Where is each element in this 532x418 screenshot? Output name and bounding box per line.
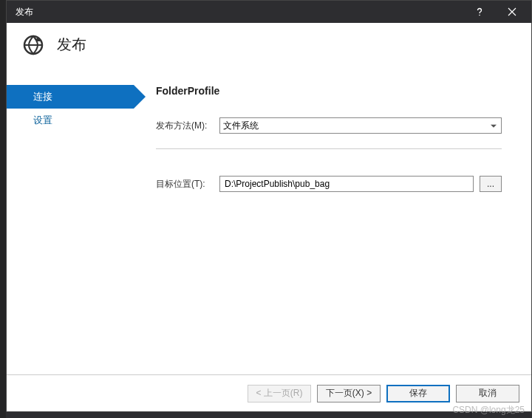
publish-dialog: 发布 发布 连接: [6, 0, 532, 412]
background-strip: [0, 0, 6, 418]
sidebar-item-label: 设置: [33, 114, 52, 127]
profile-name: FolderProfile: [156, 85, 502, 97]
close-button[interactable]: [496, 1, 528, 23]
save-label: 保存: [409, 387, 427, 400]
next-label: 下一页(X) >: [326, 387, 372, 400]
dialog-header: 发布: [7, 23, 531, 67]
publish-method-select[interactable]: 文件系统: [219, 117, 502, 134]
sidebar-item-label: 连接: [33, 90, 52, 103]
help-icon: [474, 7, 485, 17]
save-button[interactable]: 保存: [386, 385, 450, 402]
titlebar: 发布: [7, 1, 531, 23]
dialog-body: 连接 设置 FolderProfile 发布方法(M): 文件系统 目标位置(T…: [7, 67, 531, 374]
browse-button[interactable]: ...: [480, 176, 502, 192]
cancel-label: 取消: [479, 387, 497, 400]
svg-point-0: [479, 15, 480, 16]
help-button[interactable]: [463, 1, 496, 23]
section-divider: [156, 148, 502, 149]
target-location-label: 目标位置(T):: [156, 178, 219, 191]
cancel-button[interactable]: 取消: [456, 385, 519, 402]
target-location-input[interactable]: [219, 176, 474, 192]
page-title: 发布: [57, 35, 86, 55]
sidebar-item-settings[interactable]: 设置: [7, 109, 134, 132]
sidebar: 连接 设置: [7, 67, 134, 374]
content-pane: FolderProfile 发布方法(M): 文件系统 目标位置(T): ...: [134, 67, 531, 374]
prev-button: < 上一页(R): [248, 385, 311, 402]
next-button[interactable]: 下一页(X) >: [317, 385, 381, 402]
publish-method-label: 发布方法(M):: [156, 120, 219, 132]
watermark: CSDN @long龙25: [452, 404, 525, 417]
sidebar-item-connection[interactable]: 连接: [7, 85, 134, 109]
prev-label: < 上一页(R): [256, 387, 303, 400]
publish-method-value: 文件系统: [223, 120, 259, 132]
target-location-row: 目标位置(T): ...: [156, 176, 502, 192]
close-icon: [508, 7, 516, 16]
window-title: 发布: [16, 6, 463, 18]
publish-method-row: 发布方法(M): 文件系统: [156, 117, 502, 134]
browse-label: ...: [487, 179, 494, 189]
publish-icon: [21, 33, 45, 57]
